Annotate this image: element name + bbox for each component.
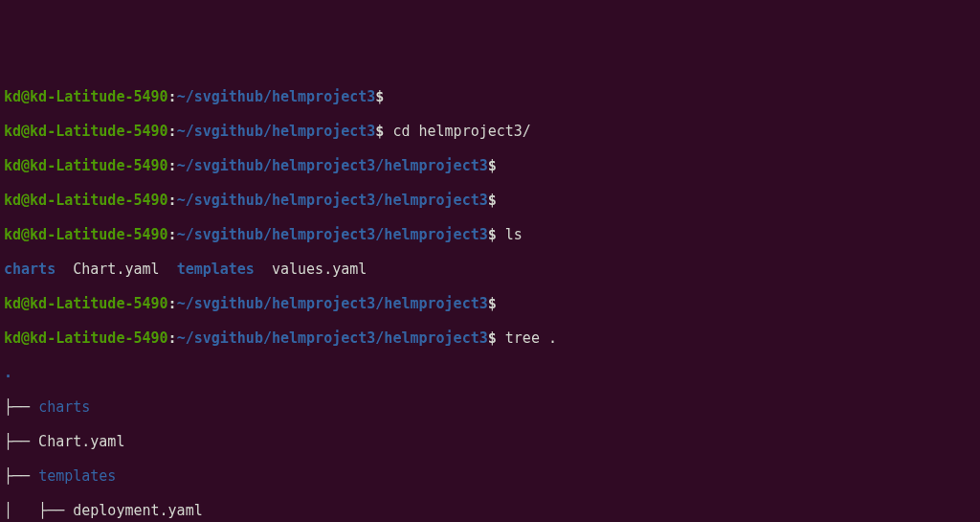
prompt-line: kd@kd-Latitude-5490:~/svgithub/helmproje… — [4, 295, 976, 312]
tree-item: │ ├── deployment.yaml — [4, 502, 976, 519]
dir-templates: templates — [177, 261, 255, 278]
prompt-line: kd@kd-Latitude-5490:~/svgithub/helmproje… — [4, 123, 976, 140]
ls-output: charts Chart.yaml templates values.yaml — [4, 261, 976, 278]
prompt-line: kd@kd-Latitude-5490:~/svgithub/helmproje… — [4, 226, 976, 243]
prompt-line: kd@kd-Latitude-5490:~/svgithub/helmproje… — [4, 88, 976, 105]
tree-item: ├── Chart.yaml — [4, 433, 976, 450]
command-ls: ls — [497, 226, 523, 243]
terminal[interactable]: kd@kd-Latitude-5490:~/svgithub/helmproje… — [4, 71, 976, 522]
user-host: kd@kd-Latitude-5490 — [4, 88, 168, 105]
prompt-line: kd@kd-Latitude-5490:~/svgithub/helmproje… — [4, 192, 976, 209]
prompt-line: kd@kd-Latitude-5490:~/svgithub/helmproje… — [4, 157, 976, 174]
command-cd: cd helmproject3/ — [384, 123, 531, 140]
prompt-line: kd@kd-Latitude-5490:~/svgithub/helmproje… — [4, 329, 976, 347]
tree-root: . — [4, 364, 976, 381]
tree-item: ├── charts — [4, 398, 976, 416]
tree-item: ├── templates — [4, 467, 976, 485]
command-tree: tree . — [497, 329, 557, 347]
dir-charts: charts — [4, 261, 56, 278]
cwd-path: ~/svgithub/helmproject3 — [177, 88, 376, 105]
